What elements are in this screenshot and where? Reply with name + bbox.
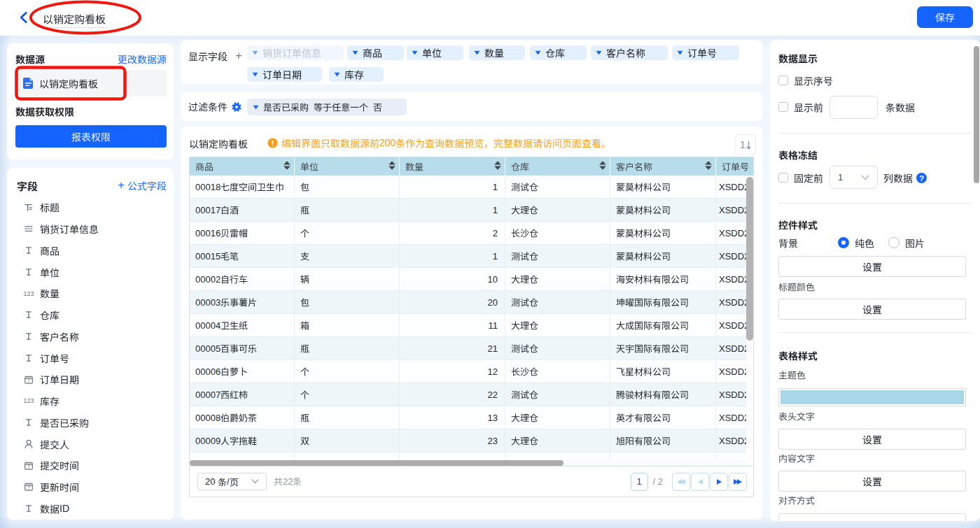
svg-text:7: 7 [27,464,30,469]
svg-text:7: 7 [27,378,30,383]
svg-text:7: 7 [27,485,30,490]
